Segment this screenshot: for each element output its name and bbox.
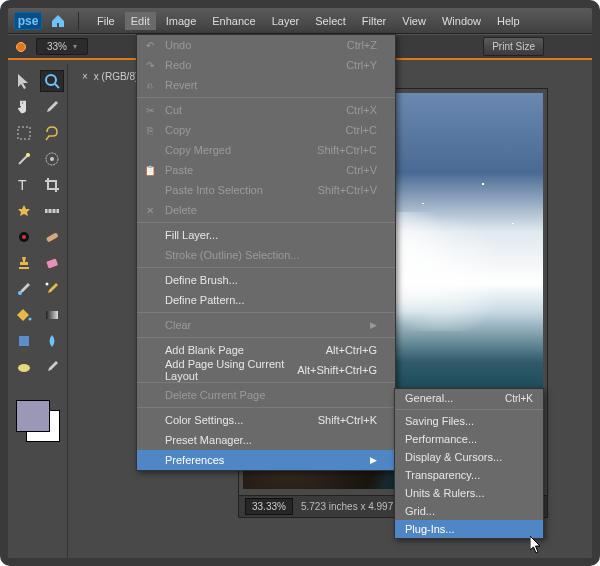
healing-brush-tool[interactable] [40, 226, 64, 248]
menu-item-preferences[interactable]: Preferences▶ [137, 450, 395, 470]
menu-item-define-pattern[interactable]: Define Pattern... [137, 290, 395, 310]
menu-item-label: Define Pattern... [165, 294, 245, 306]
submenu-item-general[interactable]: General...Ctrl+K [395, 389, 543, 407]
menu-item-label: Color Settings... [165, 414, 243, 426]
menu-item-paste-into-selection: Paste Into SelectionShift+Ctrl+V [137, 180, 395, 200]
submenu-item-label: Units & Rulers... [405, 487, 484, 499]
close-icon[interactable]: × [82, 71, 88, 82]
app-logo[interactable]: pse [14, 12, 42, 30]
menu-item-icon: ↶ [143, 40, 157, 51]
menu-item-icon: ⎘ [143, 125, 157, 136]
magic-wand-tool[interactable] [12, 148, 36, 170]
menu-file[interactable]: File [91, 12, 121, 30]
menu-separator [137, 312, 395, 313]
type-tool[interactable]: T [12, 174, 36, 196]
menu-separator [137, 222, 395, 223]
paint-bucket-tool[interactable] [12, 304, 36, 326]
submenu-item-shortcut: Ctrl+K [505, 393, 533, 404]
menu-item-delete-current-page: Delete Current Page [137, 385, 395, 405]
hand-tool[interactable] [12, 96, 36, 118]
zoom-tool[interactable] [40, 70, 64, 92]
blur-tool[interactable] [40, 330, 64, 352]
menu-separator [137, 337, 395, 338]
menu-filter[interactable]: Filter [356, 12, 392, 30]
eyedropper-tool[interactable] [40, 96, 64, 118]
preferences-submenu: General...Ctrl+KSaving Files...Performan… [394, 388, 544, 539]
gradient-tool[interactable] [40, 304, 64, 326]
menu-item-delete: ✕Delete [137, 200, 395, 220]
menu-separator [395, 409, 543, 410]
menu-item-label: Add Blank Page [165, 344, 244, 356]
menu-item-label: Redo [165, 59, 191, 71]
menu-item-label: Preset Manager... [165, 434, 252, 446]
menu-item-label: Delete [165, 204, 197, 216]
menu-edit[interactable]: Edit [125, 12, 156, 30]
menu-item-add-page-using-current-layout[interactable]: Add Page Using Current LayoutAlt+Shift+C… [137, 360, 395, 380]
color-swatches[interactable] [12, 396, 64, 446]
selection-brush-tool[interactable] [40, 148, 64, 170]
menu-enhance[interactable]: Enhance [206, 12, 261, 30]
submenu-arrow-icon: ▶ [370, 320, 377, 330]
menu-image[interactable]: Image [160, 12, 203, 30]
svg-rect-2 [18, 127, 30, 139]
submenu-item-label: General... [405, 392, 453, 404]
submenu-item-transparency[interactable]: Transparency... [395, 466, 543, 484]
submenu-item-label: Transparency... [405, 469, 480, 481]
menu-item-shortcut: Shift+Ctrl+V [318, 184, 377, 196]
menu-window[interactable]: Window [436, 12, 487, 30]
menu-item-icon: 📋 [143, 165, 157, 176]
menu-item-shortcut: Ctrl+V [346, 164, 377, 176]
menu-layer[interactable]: Layer [266, 12, 306, 30]
menu-item-label: Preferences [165, 454, 224, 466]
svg-point-18 [29, 318, 32, 321]
svg-rect-14 [46, 232, 59, 242]
sponge-tool[interactable] [12, 356, 36, 378]
submenu-item-display-cursors[interactable]: Display & Cursors... [395, 448, 543, 466]
submenu-item-performance[interactable]: Performance... [395, 430, 543, 448]
svg-point-17 [46, 283, 49, 286]
menu-item-color-settings[interactable]: Color Settings...Shift+Ctrl+K [137, 410, 395, 430]
menu-select[interactable]: Select [309, 12, 352, 30]
submenu-item-label: Grid... [405, 505, 435, 517]
cookie-cutter-tool[interactable] [12, 200, 36, 222]
straighten-tool[interactable] [40, 200, 64, 222]
svg-point-6 [50, 157, 54, 161]
marquee-tool[interactable] [12, 122, 36, 144]
foreground-color-swatch[interactable] [16, 400, 50, 432]
menu-help[interactable]: Help [491, 12, 526, 30]
menu-item-preset-manager[interactable]: Preset Manager... [137, 430, 395, 450]
move-tool[interactable] [12, 70, 36, 92]
brush-tool[interactable] [12, 278, 36, 300]
shape-tool[interactable] [12, 330, 36, 352]
menu-item-fill-layer[interactable]: Fill Layer... [137, 225, 395, 245]
home-icon[interactable] [50, 13, 66, 29]
submenu-item-saving-files[interactable]: Saving Files... [395, 412, 543, 430]
crop-tool[interactable] [40, 174, 64, 196]
menu-item-label: Delete Current Page [165, 389, 265, 401]
lasso-tool[interactable] [40, 122, 64, 144]
smart-brush-tool[interactable] [40, 278, 64, 300]
detail-brush-tool[interactable] [40, 356, 64, 378]
eraser-tool[interactable] [40, 252, 64, 274]
menu-item-copy: ⎘CopyCtrl+C [137, 120, 395, 140]
submenu-item-plug-ins[interactable]: Plug-Ins... [395, 520, 543, 538]
menu-item-undo: ↶UndoCtrl+Z [137, 35, 395, 55]
menu-item-define-brush[interactable]: Define Brush... [137, 270, 395, 290]
menu-view[interactable]: View [396, 12, 432, 30]
status-zoom[interactable]: 33.33% [245, 498, 293, 515]
menu-item-add-blank-page[interactable]: Add Blank PageAlt+Ctrl+G [137, 340, 395, 360]
submenu-item-grid[interactable]: Grid... [395, 502, 543, 520]
svg-rect-19 [46, 311, 58, 319]
zoom-level-dropdown[interactable]: 33% [36, 38, 88, 55]
print-size-button[interactable]: Print Size [483, 37, 544, 56]
redeye-tool[interactable] [12, 226, 36, 248]
menu-item-redo: ↷RedoCtrl+Y [137, 55, 395, 75]
menu-item-clear: Clear▶ [137, 315, 395, 335]
menu-item-icon: ✂ [143, 105, 157, 116]
clone-stamp-tool[interactable] [12, 252, 36, 274]
submenu-item-units-rulers[interactable]: Units & Rulers... [395, 484, 543, 502]
svg-point-4 [26, 153, 30, 157]
menu-item-icon: ✕ [143, 205, 157, 216]
submenu-item-label: Saving Files... [405, 415, 474, 427]
svg-rect-20 [19, 336, 29, 346]
